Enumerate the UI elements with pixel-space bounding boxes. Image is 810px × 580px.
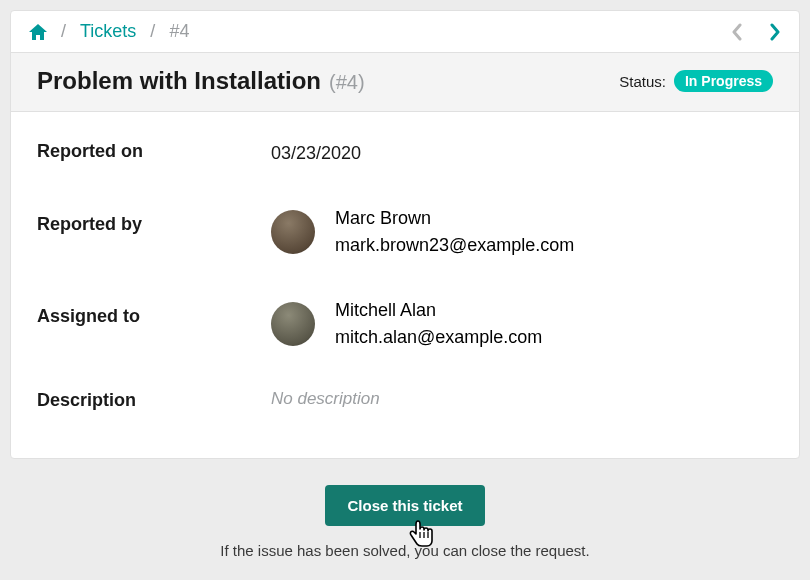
close-ticket-button[interactable]: Close this ticket — [325, 485, 484, 526]
breadcrumb-tickets-link[interactable]: Tickets — [80, 21, 136, 42]
avatar — [271, 302, 315, 346]
status-wrap: Status: In Progress — [619, 70, 773, 92]
avatar — [271, 210, 315, 254]
breadcrumb: / Tickets / #4 — [29, 21, 189, 42]
assigned-to-person: Mitchell Alan mitch.alan@example.com — [271, 297, 542, 351]
record-nav — [731, 23, 781, 41]
footer: Close this ticket If the issue has been … — [10, 459, 800, 559]
breadcrumb-bar: / Tickets / #4 — [11, 11, 799, 53]
row-assigned-to: Assigned to Mitchell Alan mitch.alan@exa… — [37, 297, 773, 351]
assigned-to-name: Mitchell Alan — [335, 297, 542, 324]
reported-by-email: mark.brown23@example.com — [335, 232, 574, 259]
label-reported-on: Reported on — [37, 140, 271, 163]
assigned-to-email: mitch.alan@example.com — [335, 324, 542, 351]
person-lines: Marc Brown mark.brown23@example.com — [335, 205, 574, 259]
row-reported-by: Reported by Marc Brown mark.brown23@exam… — [37, 205, 773, 259]
row-reported-on: Reported on 03/23/2020 — [37, 140, 773, 167]
home-icon[interactable] — [29, 24, 47, 40]
breadcrumb-sep: / — [150, 21, 155, 42]
label-reported-by: Reported by — [37, 205, 271, 236]
status-badge: In Progress — [674, 70, 773, 92]
close-hint: If the issue has been solved, you can cl… — [10, 542, 800, 559]
label-description: Description — [37, 389, 271, 412]
title-bar: Problem with Installation (#4) Status: I… — [11, 53, 799, 112]
title-wrap: Problem with Installation (#4) — [37, 67, 365, 95]
page-title-id: (#4) — [329, 71, 365, 94]
row-description: Description No description — [37, 389, 773, 412]
next-record-button[interactable] — [769, 23, 781, 41]
breadcrumb-sep: / — [61, 21, 66, 42]
reported-by-name: Marc Brown — [335, 205, 574, 232]
breadcrumb-current: #4 — [169, 21, 189, 42]
person-lines: Mitchell Alan mitch.alan@example.com — [335, 297, 542, 351]
prev-record-button[interactable] — [731, 23, 743, 41]
value-reported-on: 03/23/2020 — [271, 140, 361, 167]
ticket-card: / Tickets / #4 Problem with Installation… — [10, 10, 800, 459]
reported-by-person: Marc Brown mark.brown23@example.com — [271, 205, 574, 259]
status-label: Status: — [619, 73, 666, 90]
label-assigned-to: Assigned to — [37, 297, 271, 328]
ticket-body: Reported on 03/23/2020 Reported by Marc … — [11, 112, 799, 458]
value-description: No description — [271, 389, 380, 409]
page-title: Problem with Installation — [37, 67, 321, 95]
